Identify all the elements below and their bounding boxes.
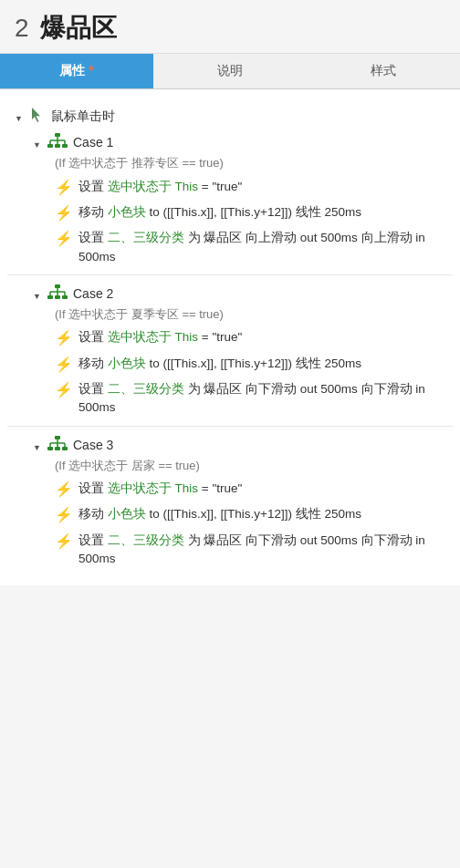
bolt-icon-3c: ⚡: [55, 532, 73, 552]
svg-rect-22: [62, 447, 68, 450]
bolt-icon-1b: ⚡: [55, 203, 73, 223]
case-3-condition-text: (If 选中状态于 居家 == true): [55, 457, 200, 475]
asterisk-indicator: *: [85, 63, 93, 78]
case-2-title: Case 2: [73, 284, 113, 304]
case-2-condition: (If 选中状态于 夏季专区 == true): [7, 305, 453, 326]
tab-properties[interactable]: 属性 *: [0, 54, 153, 88]
svg-rect-10: [55, 284, 60, 288]
svg-rect-20: [47, 447, 53, 450]
case-3-action-2-text: 移动 小色块 to ([[This.x]], [[This.y+12]]) 线性…: [78, 505, 361, 523]
case-3-action-3: ⚡ 设置 二、三级分类 为 爆品区 向下滑动 out 500ms 向下滑动 in…: [7, 529, 453, 572]
tab-description[interactable]: 说明: [153, 54, 307, 88]
case-1-action-1: ⚡ 设置 选中状态于 This = "true": [7, 175, 453, 201]
svg-rect-1: [55, 133, 60, 137]
svg-rect-4: [62, 144, 68, 148]
bolt-icon-3b: ⚡: [55, 505, 73, 525]
svg-rect-3: [55, 144, 60, 148]
case-2-action-1-text: 设置 选中状态于 This = "true": [78, 328, 242, 346]
bolt-icon-3a: ⚡: [55, 480, 73, 500]
case-1-action-3-text: 设置 二、三级分类 为 爆品区 向上滑动 out 500ms 向上滑动 in 5…: [78, 229, 453, 266]
divider-2: [7, 426, 453, 427]
network-icon-case3: [47, 436, 68, 455]
event-row: 鼠标单击时: [7, 100, 453, 129]
bolt-icon-2b: ⚡: [55, 355, 73, 375]
case-3-action-3-text: 设置 二、三级分类 为 爆品区 向下滑动 out 500ms 向下滑动 in 5…: [78, 532, 453, 569]
case-1-condition-text: (If 选中状态于 推荐专区 == true): [55, 154, 224, 172]
bolt-icon-2a: ⚡: [55, 328, 73, 348]
case-3-action-1: ⚡ 设置 选中状态于 This = "true": [7, 477, 453, 502]
tab-style-label: 样式: [371, 63, 396, 78]
case-1-title: Case 1: [73, 133, 113, 152]
case-2-action-2: ⚡ 移动 小色块 to ([[This.x]], [[This.y+12]]) …: [7, 352, 453, 377]
case-1-action-2-text: 移动 小色块 to ([[This.x]], [[This.y+12]]) 线性…: [78, 203, 361, 222]
svg-rect-12: [55, 295, 60, 299]
case-2-condition-text: (If 选中状态于 夏季专区 == true): [55, 305, 224, 324]
case-3-title-row: Case 3: [7, 432, 453, 456]
tree-root: 鼠标单击时: [0, 97, 460, 578]
case-3-condition: (If 选中状态于 居家 == true): [7, 456, 453, 478]
svg-rect-21: [55, 447, 60, 450]
case-3-action-2: ⚡ 移动 小色块 to ([[This.x]], [[This.y+12]]) …: [7, 502, 453, 528]
case-2-action-3-text: 设置 二、三级分类 为 爆品区 向下滑动 out 500ms 向下滑动 in 5…: [78, 380, 453, 418]
bolt-icon-2c: ⚡: [55, 380, 73, 400]
header: 2 爆品区: [0, 0, 460, 54]
case-1-block: Case 1 (If 选中状态于 推荐专区 == true) ⚡ 设置 选中状态…: [7, 129, 453, 269]
case-3-action-1-text: 设置 选中状态于 This = "true": [78, 480, 242, 498]
case-1-action-1-text: 设置 选中状态于 This = "true": [78, 178, 242, 196]
triangle-case1: [33, 137, 46, 150]
case-1-action-3: ⚡ 设置 二、三级分类 为 爆品区 向上滑动 out 500ms 向上滑动 in…: [7, 226, 453, 269]
bolt-icon-1a: ⚡: [55, 178, 73, 198]
case-2-action-1: ⚡ 设置 选中状态于 This = "true": [7, 326, 453, 351]
case-2-action-3: ⚡ 设置 二、三级分类 为 爆品区 向下滑动 out 500ms 向下滑动 in…: [7, 377, 453, 420]
cursor-icon: [29, 107, 46, 126]
content-area: 鼠标单击时: [0, 89, 460, 585]
triangle-event: [15, 110, 27, 123]
case-1-action-2: ⚡ 移动 小色块 to ([[This.x]], [[This.y+12]]) …: [7, 201, 453, 226]
case-3-title: Case 3: [73, 436, 113, 455]
event-label: 鼠标单击时: [51, 107, 115, 126]
divider-1: [7, 274, 453, 275]
svg-rect-11: [47, 295, 53, 299]
tab-style[interactable]: 样式: [307, 54, 460, 88]
svg-rect-13: [62, 295, 68, 299]
triangle-case3: [33, 439, 46, 452]
case-2-action-2-text: 移动 小色块 to ([[This.x]], [[This.y+12]]) 线性…: [78, 355, 361, 373]
tab-description-label: 说明: [217, 63, 243, 78]
case-1-condition: (If 选中状态于 推荐专区 == true): [7, 153, 453, 175]
case-1-title-row: Case 1: [7, 129, 453, 153]
bolt-icon-1c: ⚡: [55, 229, 73, 249]
svg-rect-19: [55, 436, 60, 439]
case-2-block: Case 2 (If 选中状态于 夏季专区 == true) ⚡ 设置 选中状态…: [7, 281, 453, 420]
network-icon-case2: [47, 284, 68, 304]
tab-properties-label: 属性: [59, 63, 85, 78]
tabs-bar: 属性 * 说明 样式: [0, 54, 460, 89]
svg-marker-0: [32, 108, 40, 122]
case-3-block: Case 3 (If 选中状态于 居家 == true) ⚡ 设置 选中状态于 …: [7, 432, 453, 572]
network-icon-case1: [47, 133, 68, 152]
svg-rect-2: [47, 144, 53, 148]
triangle-case2: [33, 288, 46, 301]
case-2-title-row: Case 2: [7, 281, 453, 305]
header-number: 2: [15, 14, 29, 43]
header-title: 爆品区: [40, 11, 117, 46]
